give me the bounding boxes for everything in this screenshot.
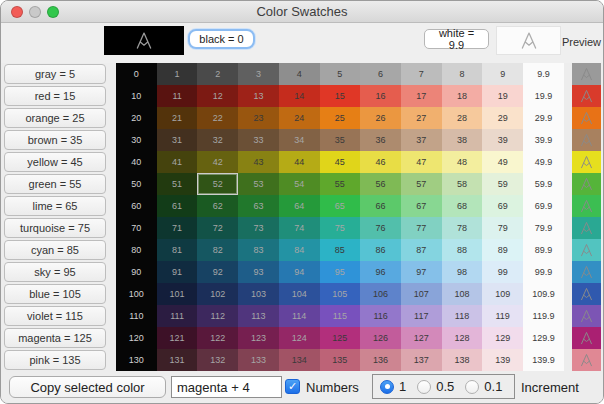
sidebar-button-sky[interactable]: sky = 95 [4,262,106,282]
grid-cell-115[interactable]: 115 [320,305,361,327]
grid-cell-8[interactable]: 8 [442,63,483,85]
grid-cell-125[interactable]: 125 [320,327,361,349]
grid-cell-10[interactable]: 10 [116,85,157,107]
grid-cell-124[interactable]: 124 [279,327,320,349]
grid-cell-17[interactable]: 17 [401,85,442,107]
increment-radio-0.1[interactable] [465,380,479,394]
grid-cell-3[interactable]: 3 [238,63,279,85]
grid-cell-132[interactable]: 132 [197,349,238,371]
grid-cell-38[interactable]: 38 [442,129,483,151]
grid-cell-37[interactable]: 37 [401,129,442,151]
grid-cell-58[interactable]: 58 [442,173,483,195]
grid-cell-133[interactable]: 133 [238,349,279,371]
sidebar-button-brown[interactable]: brown = 35 [4,130,106,150]
grid-cell-59[interactable]: 59 [482,173,523,195]
sidebar-button-orange[interactable]: orange = 25 [4,108,106,128]
sidebar-button-violet[interactable]: violet = 115 [4,306,106,326]
grid-cell-62[interactable]: 62 [197,195,238,217]
grid-cell-130[interactable]: 130 [116,349,157,371]
grid-cell-24[interactable]: 24 [279,107,320,129]
grid-cell-109[interactable]: 109 [482,283,523,305]
grid-cell-95[interactable]: 95 [320,261,361,283]
sidebar-button-blue[interactable]: blue = 105 [4,284,106,304]
grid-cell-88[interactable]: 88 [442,239,483,261]
grid-cell-75[interactable]: 75 [320,217,361,239]
sidebar-button-lime[interactable]: lime = 65 [4,196,106,216]
grid-cell-127[interactable]: 127 [401,327,442,349]
grid-cell-16[interactable]: 16 [360,85,401,107]
grid-cell-25[interactable]: 25 [320,107,361,129]
grid-cell-52[interactable]: 52 [197,173,238,195]
grid-cell-74[interactable]: 74 [279,217,320,239]
grid-cell-57[interactable]: 57 [401,173,442,195]
sidebar-button-cyan[interactable]: cyan = 85 [4,240,106,260]
grid-cell-21[interactable]: 21 [157,107,198,129]
grid-cell-113[interactable]: 113 [238,305,279,327]
grid-cell-93[interactable]: 93 [238,261,279,283]
grid-cell-101[interactable]: 101 [157,283,198,305]
grid-cell-116[interactable]: 116 [360,305,401,327]
grid-cell-34[interactable]: 34 [279,129,320,151]
grid-cell-90[interactable]: 90 [116,261,157,283]
grid-cell-129[interactable]: 129 [482,327,523,349]
grid-cell-53[interactable]: 53 [238,173,279,195]
grid-cell-55[interactable]: 55 [320,173,361,195]
grid-cell-42[interactable]: 42 [197,151,238,173]
grid-cell-64[interactable]: 64 [279,195,320,217]
grid-cell-96[interactable]: 96 [360,261,401,283]
grid-cell-51[interactable]: 51 [157,173,198,195]
black-value-button[interactable]: black = 0 [188,29,255,49]
grid-cell-43[interactable]: 43 [238,151,279,173]
sidebar-button-pink[interactable]: pink = 135 [4,350,106,370]
grid-cell-20[interactable]: 20 [116,107,157,129]
grid-cell-44[interactable]: 44 [279,151,320,173]
grid-cell-45[interactable]: 45 [320,151,361,173]
grid-cell-86[interactable]: 86 [360,239,401,261]
grid-cell-46[interactable]: 46 [360,151,401,173]
grid-cell-120[interactable]: 120 [116,327,157,349]
grid-cell-76[interactable]: 76 [360,217,401,239]
grid-cell-4[interactable]: 4 [279,63,320,85]
grid-cell-72[interactable]: 72 [197,217,238,239]
grid-cell-103[interactable]: 103 [238,283,279,305]
white-value-button[interactable]: white = 9.9 [424,29,489,49]
grid-cell-108[interactable]: 108 [442,283,483,305]
grid-cell-134[interactable]: 134 [279,349,320,371]
grid-cell-83[interactable]: 83 [238,239,279,261]
grid-cell-85[interactable]: 85 [320,239,361,261]
grid-cell-41[interactable]: 41 [157,151,198,173]
grid-cell-70[interactable]: 70 [116,217,157,239]
sidebar-button-yellow[interactable]: yellow = 45 [4,152,106,172]
numbers-checkbox[interactable]: ✓ [285,379,300,394]
grid-cell-111[interactable]: 111 [157,305,198,327]
grid-cell-100[interactable]: 100 [116,283,157,305]
sidebar-button-gray[interactable]: gray = 5 [4,64,106,84]
grid-cell-105[interactable]: 105 [320,283,361,305]
grid-cell-60[interactable]: 60 [116,195,157,217]
grid-cell-7[interactable]: 7 [401,63,442,85]
grid-cell-121[interactable]: 121 [157,327,198,349]
grid-cell-48[interactable]: 48 [442,151,483,173]
grid-cell-33[interactable]: 33 [238,129,279,151]
grid-cell-102[interactable]: 102 [197,283,238,305]
increment-radio-1[interactable] [380,380,394,394]
grid-cell-47[interactable]: 47 [401,151,442,173]
grid-cell-5[interactable]: 5 [320,63,361,85]
grid-cell-26[interactable]: 26 [360,107,401,129]
grid-cell-82[interactable]: 82 [197,239,238,261]
grid-cell-112[interactable]: 112 [197,305,238,327]
grid-cell-65[interactable]: 65 [320,195,361,217]
grid-cell-92[interactable]: 92 [197,261,238,283]
grid-cell-71[interactable]: 71 [157,217,198,239]
grid-cell-73[interactable]: 73 [238,217,279,239]
sidebar-button-red[interactable]: red = 15 [4,86,106,106]
grid-cell-131[interactable]: 131 [157,349,198,371]
grid-cell-0[interactable]: 0 [116,63,157,85]
grid-cell-11[interactable]: 11 [157,85,198,107]
grid-cell-9[interactable]: 9 [482,63,523,85]
grid-cell-118[interactable]: 118 [442,305,483,327]
grid-cell-36[interactable]: 36 [360,129,401,151]
grid-cell-117[interactable]: 117 [401,305,442,327]
grid-cell-126[interactable]: 126 [360,327,401,349]
grid-cell-39[interactable]: 39 [482,129,523,151]
